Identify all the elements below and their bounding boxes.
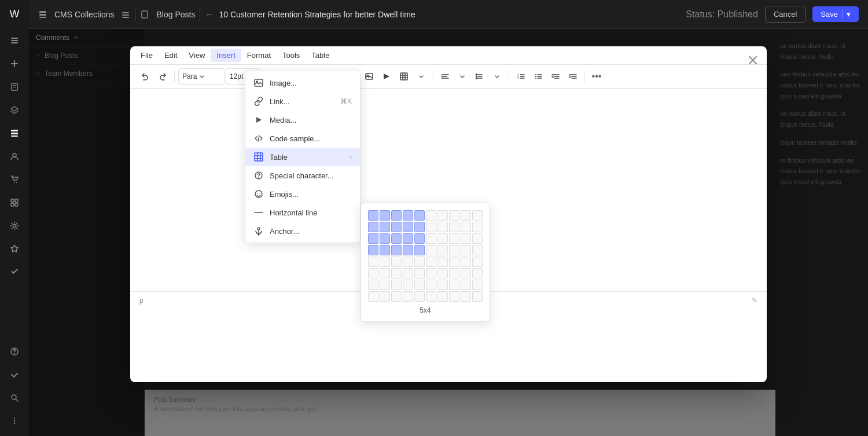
table-grid-cell[interactable]: [391, 245, 402, 255]
table-grid-cell[interactable]: [368, 222, 378, 232]
table-grid-cell[interactable]: [461, 222, 471, 232]
table-grid-cell[interactable]: [461, 245, 471, 255]
menu-format[interactable]: Format: [241, 49, 277, 62]
table-grid-cell[interactable]: [437, 245, 448, 255]
table-grid-cell[interactable]: [461, 257, 471, 267]
insert-media-item[interactable]: Media...: [245, 111, 360, 129]
save-button[interactable]: Save ▾: [812, 6, 859, 22]
sidebar-item-plugins[interactable]: [4, 239, 25, 259]
table-grid-cell[interactable]: [391, 222, 402, 232]
table-grid-cell[interactable]: [449, 268, 459, 279]
table-grid-cell[interactable]: [426, 268, 436, 279]
table-grid-cell[interactable]: [426, 233, 436, 244]
edit-icon[interactable]: ✎: [752, 296, 757, 305]
sidebar-item-apps[interactable]: [4, 192, 25, 213]
align-button[interactable]: [437, 68, 453, 85]
table-grid-cell[interactable]: [414, 233, 425, 244]
table-grid-cell[interactable]: [391, 280, 402, 290]
table-grid-cell[interactable]: [368, 233, 378, 244]
insert-special-char-item[interactable]: Special character...: [245, 166, 360, 185]
insert-emoji-item[interactable]: Emojis...: [245, 185, 360, 203]
sidebar-item-users[interactable]: [4, 146, 25, 167]
table-grid-cell[interactable]: [391, 233, 402, 244]
insert-hr-item[interactable]: Horizontal line: [245, 203, 360, 222]
table-grid-cell[interactable]: [368, 210, 378, 221]
table-grid-cell[interactable]: [472, 268, 483, 279]
sidebar-item-cms[interactable]: [4, 123, 25, 144]
sidebar-item-search[interactable]: [4, 387, 25, 408]
table-dropdown-button[interactable]: [413, 68, 429, 85]
table-grid-cell[interactable]: [472, 233, 483, 244]
table-grid-cell[interactable]: [461, 210, 471, 221]
table-grid-cell[interactable]: [403, 245, 413, 255]
paragraph-style-select[interactable]: Para: [178, 68, 225, 85]
table-grid-cell[interactable]: [403, 257, 413, 267]
table-grid-cell[interactable]: [449, 222, 459, 232]
save-dropdown-arrow[interactable]: ▾: [843, 10, 851, 19]
table-grid-cell[interactable]: [472, 210, 483, 221]
table-grid-cell[interactable]: [380, 257, 390, 267]
indent-decrease-button[interactable]: [547, 68, 564, 85]
table-grid-cell[interactable]: [380, 268, 390, 279]
table-grid-cell[interactable]: [449, 280, 459, 290]
table-grid-cell[interactable]: [461, 268, 471, 279]
table-grid-cell[interactable]: [449, 291, 459, 302]
table-grid-cell[interactable]: [426, 291, 436, 302]
sidebar-item-publish[interactable]: [4, 262, 25, 283]
table-grid-cell[interactable]: [380, 280, 390, 290]
table-grid-cell[interactable]: [403, 210, 413, 221]
insert-link-item[interactable]: Link... ⌘K: [245, 92, 360, 111]
table-grid-cell[interactable]: [437, 291, 448, 302]
more-options-button[interactable]: •••: [589, 68, 605, 85]
modal-close-button[interactable]: [746, 53, 760, 67]
table-grid-cell[interactable]: [449, 210, 459, 221]
sidebar-item-help[interactable]: [4, 341, 25, 362]
menu-insert[interactable]: Insert: [211, 49, 241, 62]
table-grid-cell[interactable]: [414, 280, 425, 290]
cancel-button[interactable]: Cancel: [765, 6, 806, 23]
table-grid-cell[interactable]: [437, 222, 448, 232]
table-grid-cell[interactable]: [426, 280, 436, 290]
image-button[interactable]: [361, 68, 377, 85]
menu-view[interactable]: View: [183, 49, 211, 62]
table-grid-cell[interactable]: [391, 291, 402, 302]
table-grid-cell[interactable]: [437, 257, 448, 267]
align-dropdown-button[interactable]: [454, 68, 470, 85]
table-grid-cell[interactable]: [449, 245, 459, 255]
spacing-dropdown-button[interactable]: [489, 68, 505, 85]
table-grid-cell[interactable]: [472, 245, 483, 255]
table-grid-cell[interactable]: [414, 222, 425, 232]
table-grid-cell[interactable]: [461, 233, 471, 244]
table-grid-cell[interactable]: [380, 222, 390, 232]
app-logo[interactable]: W: [5, 5, 24, 23]
table-grid-cell[interactable]: [437, 233, 448, 244]
table-grid-cell[interactable]: [449, 257, 459, 267]
table-grid-cell[interactable]: [403, 233, 413, 244]
media-button[interactable]: [378, 68, 395, 85]
menu-edit[interactable]: Edit: [159, 49, 183, 62]
table-grid-cell[interactable]: [414, 245, 425, 255]
sidebar-item-ecommerce[interactable]: [4, 169, 25, 190]
table-grid-cell[interactable]: [380, 233, 390, 244]
menu-table[interactable]: Table: [306, 49, 335, 62]
table-grid-cell[interactable]: [380, 210, 390, 221]
table-grid-cell[interactable]: [426, 257, 436, 267]
table-grid-cell[interactable]: [380, 245, 390, 255]
table-grid-cell[interactable]: [368, 245, 378, 255]
ordered-list-button[interactable]: 123: [513, 68, 529, 85]
spacing-button[interactable]: [472, 68, 488, 85]
undo-button[interactable]: [137, 68, 153, 85]
redo-button[interactable]: [155, 68, 171, 85]
table-grid-cell[interactable]: [368, 268, 378, 279]
table-grid-cell[interactable]: [391, 257, 402, 267]
table-grid-cell[interactable]: [391, 210, 402, 221]
table-grid-cell[interactable]: [391, 268, 402, 279]
insert-anchor-item[interactable]: Anchor...: [245, 222, 360, 240]
table-grid-cell[interactable]: [414, 268, 425, 279]
table-grid-cell[interactable]: [403, 291, 413, 302]
menu-tools[interactable]: Tools: [277, 49, 306, 62]
table-grid-cell[interactable]: [380, 291, 390, 302]
table-grid-cell[interactable]: [461, 291, 471, 302]
table-grid-cell[interactable]: [403, 280, 413, 290]
table-grid-cell[interactable]: [403, 268, 413, 279]
